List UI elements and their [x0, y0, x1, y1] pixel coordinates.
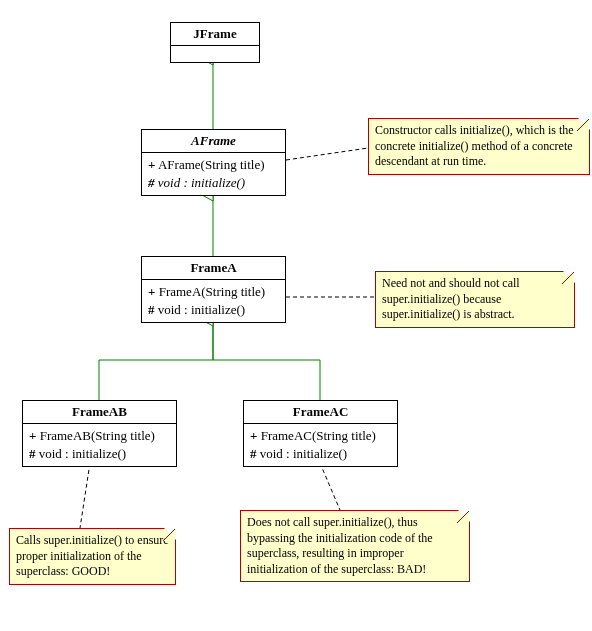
note-framea: Need not and should not call super.initi… — [375, 271, 575, 328]
class-frameac-body: + FrameAC(String title) # void : initial… — [244, 424, 397, 466]
anchor-n1 — [286, 148, 368, 160]
frameac-init: # void : initialize() — [250, 445, 391, 463]
class-jframe: JFrame — [170, 22, 260, 63]
class-aframe: AFrame + AFrame(String title) # void : i… — [141, 129, 286, 196]
class-frameab-body: + FrameAB(String title) # void : initial… — [23, 424, 176, 466]
note-aframe-text: Constructor calls initialize(), which is… — [375, 123, 574, 168]
note-frameac-text: Does not call super.initialize(), thus b… — [247, 515, 433, 576]
class-framea-body: + FrameA(String title) # void : initiali… — [142, 280, 285, 322]
note-aframe: Constructor calls initialize(), which is… — [368, 118, 590, 175]
note-frameac: Does not call super.initialize(), thus b… — [240, 510, 470, 582]
note-frameab: Calls super.initialize() to ensure prope… — [9, 528, 176, 585]
class-framea: FrameA + FrameA(String title) # void : i… — [141, 256, 286, 323]
frameab-ctor: + FrameAB(String title) — [29, 427, 170, 445]
anchor-n4 — [320, 463, 340, 510]
aframe-init: # void : initialize() — [148, 174, 279, 192]
class-jframe-body — [171, 46, 259, 62]
note-framea-text: Need not and should not call super.initi… — [382, 276, 520, 321]
aframe-ctor: + AFrame(String title) — [148, 156, 279, 174]
frameac-ctor: + FrameAC(String title) — [250, 427, 391, 445]
class-frameac: FrameAC + FrameAC(String title) # void :… — [243, 400, 398, 467]
class-framea-title: FrameA — [142, 257, 285, 280]
class-frameab-title: FrameAB — [23, 401, 176, 424]
class-aframe-body: + AFrame(String title) # void : initiali… — [142, 153, 285, 195]
class-aframe-title: AFrame — [142, 130, 285, 153]
gen-horizontal — [99, 360, 320, 400]
frameab-init: # void : initialize() — [29, 445, 170, 463]
note-frameab-text: Calls super.initialize() to ensure prope… — [16, 533, 169, 578]
framea-ctor: + FrameA(String title) — [148, 283, 279, 301]
class-jframe-title: JFrame — [171, 23, 259, 46]
class-frameac-title: FrameAC — [244, 401, 397, 424]
anchor-n3 — [80, 463, 90, 528]
class-frameab: FrameAB + FrameAB(String title) # void :… — [22, 400, 177, 467]
framea-init: # void : initialize() — [148, 301, 279, 319]
